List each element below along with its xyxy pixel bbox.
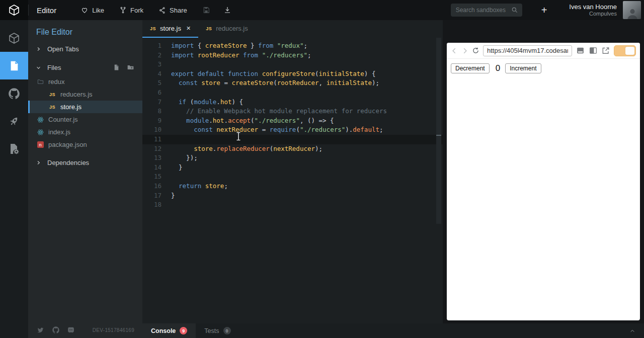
- code-line-10[interactable]: 10 const nextReducer = require("./reduce…: [142, 125, 443, 135]
- tree-item-Counter-js[interactable]: Counter.js: [28, 113, 142, 126]
- line-number: 4: [142, 69, 162, 79]
- tree-item-index-js[interactable]: index.js: [28, 126, 142, 138]
- console-tab[interactable]: Console 9: [142, 323, 196, 338]
- rail-item-github[interactable]: [0, 79, 28, 107]
- section-label: Open Tabs: [47, 45, 79, 53]
- code-line-8[interactable]: 8 // Enable Webpack hot module replaceme…: [142, 107, 443, 116]
- twitter-icon[interactable]: [36, 326, 45, 334]
- code-line-13[interactable]: 13 });: [142, 153, 443, 163]
- tree-item-package-json[interactable]: npackage.json: [28, 138, 142, 151]
- export-button[interactable]: [223, 6, 231, 14]
- file-tree: reduxJSreducers.jsJSstore.jsCounter.jsin…: [28, 75, 142, 151]
- toggle-knob: [625, 47, 634, 55]
- spacer: [239, 323, 621, 338]
- heart-icon: [80, 6, 89, 14]
- download-icon: [223, 6, 231, 14]
- avatar-silhouette-icon: [626, 7, 639, 19]
- rail-item-server-config[interactable]: [0, 135, 28, 162]
- code-line-18[interactable]: 18: [142, 200, 443, 210]
- tree-item-label: store.js: [60, 103, 82, 111]
- code-line-15[interactable]: 15: [142, 172, 443, 182]
- rail-item-file-editor[interactable]: [0, 52, 28, 79]
- code-line-16[interactable]: 16 return store;: [142, 182, 443, 191]
- editor-pane: JSstore.js✕JSreducers.js 1import { creat…: [142, 20, 443, 323]
- js-icon: JS: [150, 26, 156, 31]
- tree-item-icon: [36, 129, 44, 136]
- forward-icon[interactable]: [461, 47, 468, 54]
- code-line-14[interactable]: 14 }: [142, 163, 443, 173]
- rail-item-project-info[interactable]: [0, 24, 28, 52]
- refresh-icon[interactable]: [472, 47, 479, 54]
- code-line-4[interactable]: 4export default function configureStore(…: [142, 69, 443, 79]
- editor-tab-reducers-js[interactable]: JSreducers.js: [198, 20, 256, 38]
- section-files[interactable]: Files: [28, 60, 142, 74]
- editor-tab-store-js[interactable]: JSstore.js✕: [142, 20, 198, 38]
- code-editor[interactable]: 1import { createStore } from "redux";2im…: [142, 38, 443, 210]
- line-number: 8: [142, 107, 162, 116]
- status-bar: Console 9 Tests 0: [142, 323, 644, 338]
- console-panel-icon[interactable]: [576, 46, 585, 55]
- section-open-tabs[interactable]: Open Tabs: [28, 42, 142, 56]
- new-sandbox-button[interactable]: +: [541, 5, 547, 15]
- console-label: Console: [151, 327, 176, 334]
- back-icon[interactable]: [451, 47, 458, 54]
- rail-item-deployment[interactable]: [0, 107, 28, 135]
- line-number: 9: [142, 116, 162, 126]
- code-text: return store;: [162, 182, 228, 191]
- js-icon: JS: [49, 105, 55, 110]
- code-line-17[interactable]: 17}: [142, 191, 443, 201]
- code-text: }: [162, 163, 183, 173]
- url-input[interactable]: [483, 45, 572, 56]
- sidebar-title: File Editor: [28, 20, 142, 42]
- react-icon: [37, 129, 44, 136]
- save-button[interactable]: [202, 6, 210, 14]
- fork-button[interactable]: Fork: [119, 6, 143, 14]
- code-line-5[interactable]: 5 const store = createStore(rootReducer,…: [142, 78, 443, 88]
- line-number: 11: [142, 135, 162, 144]
- like-button[interactable]: Like: [80, 6, 104, 14]
- new-folder-icon[interactable]: [127, 64, 134, 71]
- decrement-button[interactable]: Decrement: [451, 63, 490, 73]
- increment-button[interactable]: Increment: [505, 63, 541, 73]
- tree-item-reducers-js[interactable]: JSreducers.js: [28, 88, 142, 101]
- codesandbox-logo[interactable]: [0, 0, 28, 20]
- hot-reload-toggle[interactable]: [614, 45, 636, 56]
- share-button[interactable]: Share: [158, 7, 187, 14]
- line-number: 12: [142, 144, 162, 154]
- split-view-icon[interactable]: [589, 46, 598, 55]
- sidebar-footer: DEV-1517846169: [28, 322, 142, 338]
- cube-icon: [8, 32, 20, 44]
- console-badge: 9: [180, 327, 187, 334]
- section-dependencies[interactable]: Dependencies: [28, 155, 142, 170]
- discord-icon[interactable]: [67, 326, 75, 333]
- section-label: Files: [47, 64, 61, 71]
- user-block[interactable]: Ives van Hoorne Compulves: [569, 3, 617, 17]
- code-line-11[interactable]: 11: [142, 135, 443, 144]
- npm-icon: n: [37, 141, 44, 148]
- github-icon[interactable]: [52, 326, 60, 334]
- avatar[interactable]: [623, 1, 641, 19]
- code-line-3[interactable]: 3: [142, 60, 443, 69]
- line-number: 16: [142, 182, 162, 191]
- code-line-7[interactable]: 7 if (module.hot) {: [142, 98, 443, 107]
- code-line-2[interactable]: 2import rootReducer from "./reducers";: [142, 51, 443, 60]
- line-number: 2: [142, 51, 162, 60]
- overview-ruler[interactable]: [436, 38, 441, 224]
- tests-tab[interactable]: Tests 0: [196, 323, 239, 338]
- expand-console-button[interactable]: [621, 323, 644, 338]
- tree-item-store-js[interactable]: JSstore.js: [28, 101, 142, 113]
- code-line-1[interactable]: 1import { createStore } from "redux";: [142, 41, 443, 51]
- tree-item-redux[interactable]: redux: [28, 75, 142, 88]
- code-line-12[interactable]: 12 store.replaceReducer(nextReducer);: [142, 144, 443, 154]
- close-tab-icon[interactable]: ✕: [186, 25, 191, 32]
- code-line-9[interactable]: 9 module.hot.accept("./reducers", () => …: [142, 116, 443, 126]
- new-file-icon[interactable]: [113, 64, 120, 71]
- open-in-new-window-icon[interactable]: [601, 46, 610, 55]
- search-icon: [511, 7, 518, 14]
- line-number: 18: [142, 200, 162, 210]
- tree-item-label: reducers.js: [60, 91, 93, 98]
- code-text: const nextReducer = require("./reducers"…: [162, 125, 383, 135]
- code-line-6[interactable]: 6: [142, 88, 443, 98]
- user-org: Compulves: [569, 11, 617, 17]
- tree-item-icon: [36, 78, 44, 85]
